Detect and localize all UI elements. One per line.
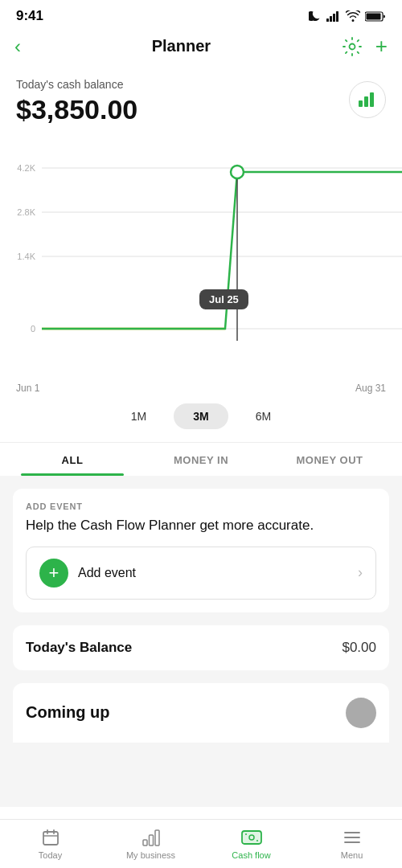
nav-label-today: Today <box>39 850 62 860</box>
svg-text:2.8K: 2.8K <box>17 207 35 217</box>
add-event-btn-left: + Add event <box>39 559 136 588</box>
time-btn-1m[interactable]: 1M <box>112 403 166 429</box>
chart-toggle-button[interactable] <box>349 81 386 118</box>
time-btn-3m[interactable]: 3M <box>174 403 228 429</box>
add-event-description: Help the Cash Flow Planner get more accu… <box>26 516 376 535</box>
cash-flow-icon <box>240 828 263 847</box>
date-end: Aug 31 <box>355 383 386 394</box>
svg-rect-9 <box>370 92 374 107</box>
time-selector: 1M 3M 6M <box>0 394 402 442</box>
balance-section: Today's cash balance $3,850.00 <box>0 67 402 125</box>
svg-rect-22 <box>43 832 58 845</box>
battery-icon <box>365 11 386 22</box>
bottom-nav: Today My business Cash flow Menu <box>0 819 402 868</box>
bar-chart-icon <box>359 92 376 107</box>
balance-amount: $3,850.00 <box>16 94 137 125</box>
my-business-icon <box>142 828 161 847</box>
todays-balance-label: Today's Balance <box>26 640 132 656</box>
tab-money-out[interactable]: MONEY OUT <box>265 443 394 476</box>
date-range: Jun 1 Aug 31 <box>0 383 402 394</box>
svg-text:0: 0 <box>31 324 35 334</box>
svg-rect-7 <box>359 100 363 107</box>
nav-item-menu[interactable]: Menu <box>302 828 402 868</box>
signal-icon <box>326 11 341 22</box>
moon-icon <box>309 10 322 23</box>
status-bar: 9:41 <box>0 0 402 29</box>
header-actions: + <box>342 34 388 59</box>
add-button[interactable]: + <box>375 34 388 59</box>
balance-label: Today's cash balance <box>16 78 137 91</box>
add-event-button[interactable]: + Add event › <box>26 547 376 600</box>
svg-rect-8 <box>364 96 368 107</box>
svg-rect-28 <box>155 830 159 845</box>
date-start: Jun 1 <box>16 383 39 394</box>
add-event-card: ADD EVENT Help the Cash Flow Planner get… <box>13 489 389 612</box>
todays-balance-value: $0.00 <box>342 640 376 656</box>
tab-all[interactable]: ALL <box>8 443 137 476</box>
content-area: ADD EVENT Help the Cash Flow Planner get… <box>0 476 402 807</box>
svg-rect-1 <box>330 16 332 22</box>
svg-point-21 <box>231 166 244 178</box>
nav-item-my-business[interactable]: My business <box>100 828 201 868</box>
nav-item-cash-flow[interactable]: Cash flow <box>201 828 302 868</box>
nav-label-my-business: My business <box>126 850 175 860</box>
status-time: 9:41 <box>16 8 43 24</box>
time-btn-6m[interactable]: 6M <box>236 403 290 429</box>
settings-icon[interactable] <box>342 36 363 57</box>
svg-rect-26 <box>143 840 147 845</box>
svg-point-6 <box>349 43 355 49</box>
svg-text:1.4K: 1.4K <box>17 252 35 261</box>
todays-balance-row: Today's Balance $0.00 <box>13 625 389 670</box>
coming-up-badge <box>346 698 376 728</box>
svg-rect-5 <box>367 13 381 19</box>
calendar-icon <box>41 828 60 847</box>
nav-item-today[interactable]: Today <box>0 828 100 868</box>
plus-circle-icon: + <box>39 559 68 588</box>
tabs-container: ALL MONEY IN MONEY OUT <box>0 442 402 476</box>
svg-rect-27 <box>149 835 153 845</box>
back-button[interactable]: ‹ <box>14 35 21 58</box>
page-title: Planner <box>152 37 211 55</box>
nav-label-cash-flow: Cash flow <box>232 850 270 860</box>
svg-rect-29 <box>242 831 261 844</box>
nav-label-menu: Menu <box>341 850 363 860</box>
tabs: ALL MONEY IN MONEY OUT <box>0 443 402 476</box>
chart-area: 4.2K 2.8K 1.4K 0 Jul 25 <box>0 132 402 381</box>
svg-rect-3 <box>336 11 338 22</box>
add-event-section-label: ADD EVENT <box>26 502 376 511</box>
wifi-icon <box>346 10 360 22</box>
tab-money-in[interactable]: MONEY IN <box>137 443 265 476</box>
svg-text:4.2K: 4.2K <box>17 163 35 173</box>
add-event-button-label: Add event <box>78 566 136 580</box>
svg-rect-0 <box>326 18 329 22</box>
coming-up-label: Coming up <box>26 703 109 722</box>
svg-rect-2 <box>333 14 335 22</box>
coming-up-row: Coming up <box>13 683 389 743</box>
chart-svg: 4.2K 2.8K 1.4K 0 <box>0 132 402 381</box>
chevron-right-icon: › <box>358 564 363 581</box>
header: ‹ Planner + <box>0 29 402 67</box>
menu-icon <box>343 828 362 847</box>
status-icons <box>309 10 386 23</box>
